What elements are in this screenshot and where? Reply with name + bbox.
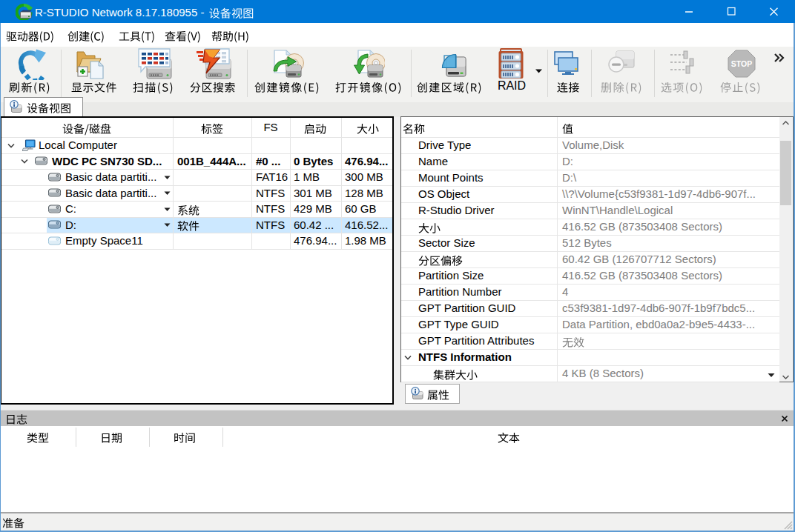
svg-text:STOP: STOP (731, 59, 752, 68)
